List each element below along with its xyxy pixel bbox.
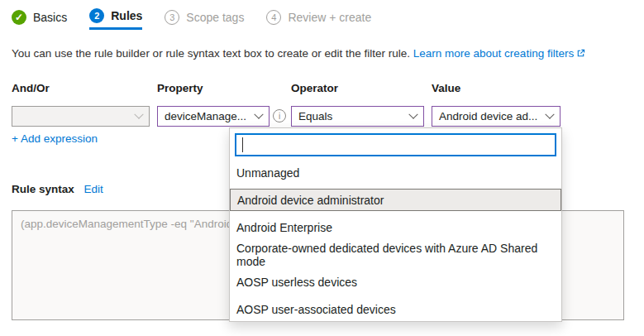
tab-scope-tags[interactable]: 3 Scope tags xyxy=(165,8,244,30)
option-aosp-user-associated[interactable]: AOSP user-associated devices xyxy=(230,298,561,320)
intro-sentence: You can use the rule builder or rule syn… xyxy=(12,47,410,60)
chevron-down-icon xyxy=(254,109,263,118)
header-property: Property xyxy=(157,82,203,94)
intro-text: You can use the rule builder or rule syn… xyxy=(12,47,585,60)
info-icon[interactable]: i xyxy=(273,109,286,122)
step-3-badge: 3 xyxy=(165,10,179,25)
header-value: Value xyxy=(432,82,460,94)
external-link-icon xyxy=(576,48,585,60)
rule-syntax-heading: Rule syntax Edit xyxy=(12,183,103,195)
chevron-down-icon xyxy=(134,109,143,118)
chevron-down-icon xyxy=(408,109,417,118)
tab-rules[interactable]: 2 Rules xyxy=(89,8,142,30)
option-android-device-administrator[interactable]: Android device administrator xyxy=(230,189,561,211)
tab-review-create[interactable]: 4 Review + create xyxy=(266,8,371,30)
rule-syntax-title: Rule syntax xyxy=(12,183,74,195)
learn-more-link[interactable]: Learn more about creating filters xyxy=(413,47,574,60)
wizard-tab-bar: ✓ Basics 2 Rules 3 Scope tags 4 Review +… xyxy=(12,8,371,30)
dropdown-option-list: Unmanaged Android device administrator A… xyxy=(230,161,561,325)
property-select[interactable]: deviceManage... xyxy=(157,106,270,127)
option-corporate-owned-dedicated[interactable]: Corporate-owned dedicated devices with A… xyxy=(230,243,561,266)
and-or-select[interactable] xyxy=(12,106,150,127)
value-dropdown-callout: Unmanaged Android device administrator A… xyxy=(229,127,562,322)
tab-rules-label: Rules xyxy=(111,9,142,22)
header-and-or: And/Or xyxy=(12,82,50,94)
property-value: deviceManage... xyxy=(165,110,246,122)
operator-value: Equals xyxy=(298,110,332,122)
step-2-badge: 2 xyxy=(89,8,104,23)
tab-scope-tags-label: Scope tags xyxy=(186,11,244,24)
header-operator: Operator xyxy=(291,82,338,94)
option-aosp-userless[interactable]: AOSP userless devices xyxy=(230,271,561,293)
tab-basics-label: Basics xyxy=(33,11,67,24)
text-cursor xyxy=(242,137,243,152)
tab-basics[interactable]: ✓ Basics xyxy=(12,8,67,30)
tab-review-create-label: Review + create xyxy=(288,11,371,24)
operator-select[interactable]: Equals xyxy=(291,106,424,127)
option-android-enterprise[interactable]: Android Enterprise xyxy=(230,216,561,238)
chevron-down-icon xyxy=(545,109,554,118)
option-unmanaged[interactable]: Unmanaged xyxy=(230,161,561,184)
rule-syntax-edit-link[interactable]: Edit xyxy=(84,183,103,195)
value-select[interactable]: Android device ad... xyxy=(432,106,561,127)
step-4-badge: 4 xyxy=(266,10,281,25)
add-expression-link[interactable]: + Add expression xyxy=(12,132,98,145)
dropdown-search-input[interactable] xyxy=(235,133,556,156)
value-value: Android device ad... xyxy=(439,110,537,122)
check-icon: ✓ xyxy=(12,10,26,25)
